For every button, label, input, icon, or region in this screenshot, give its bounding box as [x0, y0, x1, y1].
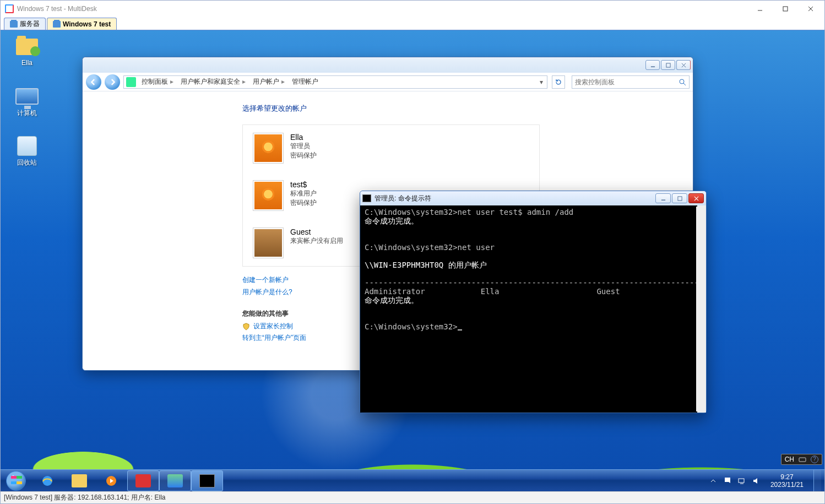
start-button[interactable]	[1, 470, 31, 492]
account-pw: 密码保护	[290, 198, 317, 208]
cp-minimize-button[interactable]	[645, 60, 660, 70]
nav-forward-button[interactable]	[105, 74, 120, 90]
search-input[interactable]	[575, 78, 679, 86]
refresh-button[interactable]	[552, 75, 565, 89]
breadcrumb[interactable]: 控制面板 用户帐户和家庭安全 用户帐户 管理帐户 ▾	[123, 75, 547, 89]
clock-date: 2023/11/21	[770, 481, 804, 489]
network-icon[interactable]	[737, 476, 746, 485]
cmd-icon	[362, 194, 371, 202]
cmd-cursor	[458, 329, 462, 330]
servers-icon	[10, 21, 18, 28]
account-item[interactable]: test$ 标准用户 密码保护	[253, 180, 363, 211]
remote-desktop: Ella 计算机 回收站	[1, 30, 824, 491]
app-title: Windows 7 test - MultiDesk	[17, 5, 747, 13]
crumb-root[interactable]: 控制面板	[138, 77, 177, 86]
windows-orb-icon	[6, 471, 26, 491]
cmd-icon	[199, 474, 215, 487]
taskbar-pin-explorer[interactable]	[63, 470, 95, 491]
cp-close-button[interactable]	[676, 60, 691, 70]
statusbar: [Windows 7 test] 服务器: 192.168.163.141; 用…	[1, 491, 824, 503]
crumb-manage[interactable]: 管理帐户	[289, 77, 322, 86]
crumb-dropdown-icon[interactable]: ▾	[536, 78, 547, 86]
desktop-icon-user-folder[interactable]: Ella	[6, 36, 48, 67]
avatar	[253, 180, 284, 211]
multidesk-tabs: 服务器 Windows 7 test	[1, 17, 824, 30]
cmd-close-button[interactable]	[688, 193, 704, 203]
tab-session[interactable]: Windows 7 test	[47, 18, 117, 30]
crumb-accounts[interactable]: 用户帐户	[249, 77, 289, 86]
search-icon	[679, 78, 686, 86]
ie-icon	[40, 474, 55, 487]
shield-icon	[242, 323, 250, 330]
tab-servers[interactable]: 服务器	[4, 18, 46, 30]
desktop-icon-recycle-bin[interactable]: 回收站	[6, 135, 48, 167]
desktop-icon-label: 回收站	[6, 158, 48, 167]
monitor-icon	[53, 21, 61, 28]
account-item[interactable]: Ella 管理员 密码保护	[253, 133, 363, 164]
avatar	[253, 227, 284, 258]
svg-point-5	[42, 476, 52, 486]
search-box[interactable]	[572, 75, 690, 89]
minimize-button[interactable]	[747, 1, 773, 17]
control-panel-icon	[126, 77, 136, 87]
app-icon	[5, 4, 14, 13]
cmd-output[interactable]: C:\Windows\system32>net user test$ admin…	[360, 205, 706, 413]
taskbar: 9:27 2023/11/21	[1, 469, 824, 491]
crumb-family[interactable]: 用户帐户和家庭安全	[177, 77, 249, 86]
app-titlebar: Windows 7 test - MultiDesk	[1, 1, 824, 17]
link-parental-label: 设置家长控制	[253, 322, 293, 331]
account-pw: 密码保护	[290, 151, 317, 160]
volume-icon[interactable]	[752, 476, 761, 485]
account-role: 来宾帐户没有启用	[290, 236, 343, 246]
tray-expand-icon[interactable]	[709, 476, 718, 485]
account-item[interactable]: Guest 来宾帐户没有启用	[253, 227, 363, 258]
svg-rect-0	[783, 7, 788, 11]
taskbar-app-toolbox[interactable]	[127, 470, 159, 491]
svg-rect-3	[677, 196, 681, 200]
help-icon[interactable]: ?	[811, 456, 818, 463]
svg-rect-4	[799, 458, 806, 462]
maximize-button[interactable]	[773, 1, 798, 17]
svg-point-2	[680, 79, 684, 84]
page-heading: 选择希望更改的帐户	[242, 104, 693, 113]
taskbar-clock[interactable]: 9:27 2023/11/21	[766, 473, 808, 489]
account-role: 标准用户	[290, 189, 317, 198]
taskbar-app-cmd[interactable]	[191, 470, 223, 491]
cmd-minimize-button[interactable]	[655, 193, 671, 203]
cmd-scrollbar[interactable]	[696, 207, 705, 411]
desktop-icon-computer[interactable]: 计算机	[6, 85, 48, 118]
mediaplayer-icon	[104, 474, 119, 487]
svg-rect-7	[739, 479, 744, 483]
cmd-maximize-button[interactable]	[672, 193, 687, 203]
account-role: 管理员	[290, 142, 317, 151]
account-name: test$	[290, 180, 317, 189]
taskbar-pin-mediaplayer[interactable]	[95, 470, 127, 491]
nav-back-button[interactable]	[86, 74, 101, 90]
cp-maximize-button[interactable]	[661, 60, 675, 70]
cp-navigation-bar: 控制面板 用户帐户和家庭安全 用户帐户 管理帐户 ▾	[83, 73, 693, 91]
desktop-icon-label: 计算机	[6, 109, 48, 118]
toolbox-icon	[135, 474, 151, 487]
status-text: [Windows 7 test] 服务器: 192.168.163.141; 用…	[4, 493, 165, 502]
account-name: Ella	[290, 133, 317, 142]
keyboard-icon	[799, 456, 806, 463]
clock-time: 9:27	[770, 473, 804, 481]
system-tray: 9:27 2023/11/21	[705, 470, 824, 492]
close-button[interactable]	[798, 1, 823, 17]
show-desktop-button[interactable]	[813, 470, 821, 492]
cp-titlebar[interactable]	[83, 57, 693, 73]
language-code: CH	[785, 456, 794, 463]
cmd-titlebar[interactable]: 管理员: 命令提示符	[360, 191, 706, 205]
cmd-title-text: 管理员: 命令提示符	[374, 194, 652, 203]
language-indicator[interactable]: CH ?	[781, 454, 822, 465]
avatar	[253, 133, 284, 164]
folder-icon	[72, 474, 87, 487]
tab-session-label: Windows 7 test	[63, 20, 111, 28]
desktop-icon-label: Ella	[6, 59, 48, 67]
command-prompt-window[interactable]: 管理员: 命令提示符 C:\Windows\system32>net user …	[360, 191, 707, 413]
account-name: Guest	[290, 227, 343, 236]
taskbar-app-control-panel[interactable]	[159, 470, 191, 491]
svg-rect-1	[666, 63, 670, 67]
taskbar-pin-ie[interactable]	[31, 470, 63, 491]
action-center-icon[interactable]	[723, 476, 732, 485]
